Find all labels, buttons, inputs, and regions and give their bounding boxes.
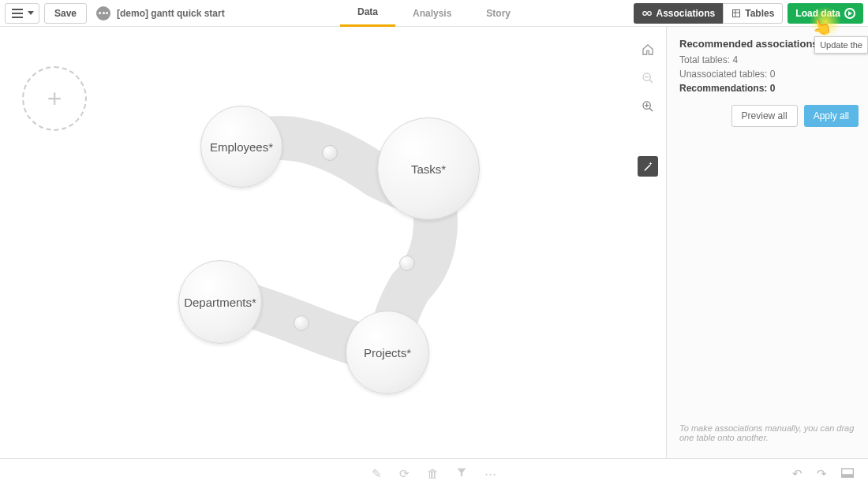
associations-canvas[interactable]: + Employees* Tasks* Departments* Project… (0, 27, 666, 458)
hamburger-icon (12, 9, 23, 18)
preview-all-button[interactable]: Preview all (731, 105, 798, 127)
unassociated-tables-row: Unassociated tables: 0 (667, 67, 868, 81)
recommendations-panel: ✕ Recommended associations Total tables:… (666, 27, 868, 458)
bottom-center-tools: ✎ ⟳ 🗑 ⋯ (372, 467, 496, 481)
bubble-label: Departments* (184, 296, 256, 309)
center-tabs: Data Analysis Story (340, 0, 528, 27)
svg-rect-13 (842, 474, 854, 477)
tab-analysis[interactable]: Analysis (395, 0, 469, 27)
recommendations-row: Recommendations: 0 (667, 81, 868, 95)
top-bar: Save [demo] gantt quick start Data Analy… (0, 0, 868, 27)
tables-label: Tables (745, 8, 774, 19)
filter-icon[interactable] (456, 467, 467, 481)
svg-point-0 (642, 11, 646, 15)
undo-icon[interactable]: ↶ (792, 467, 803, 481)
svg-point-1 (647, 11, 651, 15)
association-dot[interactable] (399, 255, 415, 271)
app-title: [demo] gantt quick start (117, 8, 225, 19)
connection-lines (0, 27, 666, 458)
zoom-in-icon[interactable] (638, 96, 658, 117)
apply-all-button[interactable]: Apply all (804, 105, 859, 127)
play-icon (844, 8, 855, 19)
bubble-label: Employees* (210, 140, 273, 154)
save-button[interactable]: Save (44, 3, 87, 24)
panel-hint: To make associations manually, you can d… (667, 423, 868, 458)
edit-icon[interactable]: ✎ (372, 467, 382, 481)
total-tables-row: Total tables: 4 (667, 53, 868, 67)
bubble-label: Projects* (364, 346, 411, 359)
right-buttons: Associations Tables Load data (634, 3, 864, 24)
table-bubble-employees[interactable]: Employees* (200, 106, 282, 188)
tables-icon (731, 9, 741, 18)
app-icon (96, 6, 110, 20)
svg-line-6 (649, 80, 653, 83)
magic-wand-icon[interactable] (638, 156, 658, 177)
delete-icon[interactable]: 🗑 (427, 467, 439, 481)
svg-rect-2 (733, 9, 740, 17)
tab-data[interactable]: Data (340, 0, 395, 27)
association-dot[interactable] (322, 145, 338, 161)
menu-button[interactable] (5, 3, 39, 24)
load-data-tooltip: Update the (814, 36, 868, 54)
add-table-button[interactable]: + (22, 66, 87, 131)
refresh-icon[interactable]: ⟳ (399, 467, 410, 481)
table-bubble-departments[interactable]: Departments* (178, 260, 262, 344)
bubble-label: Tasks* (411, 162, 446, 176)
caret-down-icon (28, 11, 34, 15)
table-bubble-projects[interactable]: Projects* (346, 311, 429, 394)
panel-toggle-icon[interactable] (841, 467, 854, 481)
associations-icon (642, 8, 653, 19)
tables-button[interactable]: Tables (723, 3, 783, 24)
svg-line-9 (649, 108, 653, 111)
bottom-right-tools: ↶ ↷ (792, 467, 868, 481)
associations-label: Associations (657, 8, 716, 19)
redo-icon[interactable]: ↷ (817, 467, 827, 481)
main-area: + Employees* Tasks* Departments* Project… (0, 27, 868, 458)
more-icon[interactable]: ⋯ (485, 467, 496, 481)
load-data-label: Load data (795, 8, 840, 19)
table-bubble-tasks[interactable]: Tasks* (377, 117, 480, 220)
canvas-tools (638, 39, 658, 177)
association-dot[interactable] (294, 315, 309, 331)
zoom-out-icon[interactable] (638, 68, 658, 88)
plus-icon: + (47, 84, 62, 114)
tab-story[interactable]: Story (469, 0, 528, 27)
associations-button[interactable]: Associations (634, 3, 724, 24)
panel-actions: Preview all Apply all (667, 95, 868, 136)
load-data-button[interactable]: Load data (788, 3, 863, 24)
bottom-bar: ✎ ⟳ 🗑 ⋯ ↶ ↷ (0, 458, 868, 488)
home-icon[interactable] (638, 39, 658, 60)
